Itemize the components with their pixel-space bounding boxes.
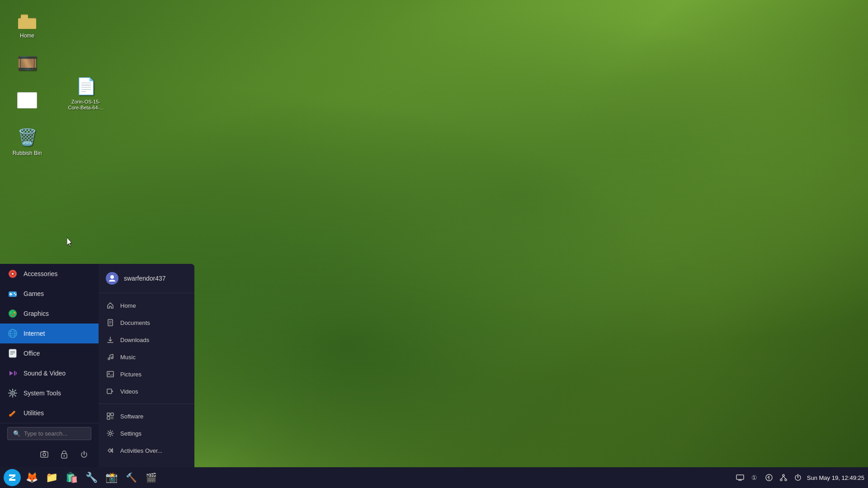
svg-marker-26 <box>9 371 13 375</box>
svg-point-15 <box>12 314 14 316</box>
menu-item-graphics[interactable]: Graphics <box>0 304 99 324</box>
system-tools-button[interactable]: 🔨 <box>123 469 139 486</box>
taskbar-apps: 🦊 📁 🛍️ 🔧 📸 🔨 🎬 <box>4 469 160 486</box>
desktop-icon-home[interactable]: Home <box>9 9 45 39</box>
start-menu: Accessories Games Graphics Internet Offi <box>0 264 194 467</box>
downloads-label: Downloads <box>120 337 149 343</box>
divider-1 <box>99 293 194 293</box>
tray-connections-icon[interactable] <box>778 472 789 483</box>
control-center-button[interactable]: 🔧 <box>83 469 99 486</box>
graphics-icon <box>7 308 18 319</box>
sound-video-icon <box>7 368 18 379</box>
office-label: Office <box>24 350 40 357</box>
svg-point-65 <box>785 479 787 481</box>
menu-right-activities[interactable]: Activities Over... <box>99 442 194 459</box>
music-label: Music <box>120 354 136 361</box>
tray-power-icon[interactable] <box>793 472 803 483</box>
svg-rect-3 <box>21 15 28 20</box>
menu-right-home[interactable]: Home <box>99 297 194 314</box>
menu-item-internet[interactable]: Internet <box>0 324 99 343</box>
tray-screen-icon[interactable] <box>735 472 745 483</box>
desktop-icon-blank[interactable] <box>9 89 45 113</box>
user-header[interactable]: swarfendor437 <box>99 267 194 289</box>
sound-video-label: Sound & Video <box>24 370 66 377</box>
svg-point-11 <box>15 294 17 296</box>
system-tools-icon <box>7 388 18 399</box>
menu-item-office[interactable]: Office <box>0 343 99 363</box>
menu-item-sound-video[interactable]: Sound & Video <box>0 363 99 383</box>
menu-right-videos[interactable]: Videos <box>99 383 194 400</box>
menu-item-utilities[interactable]: Utilities <box>0 403 99 423</box>
svg-point-64 <box>780 479 782 481</box>
svg-point-10 <box>14 293 15 294</box>
lock-screen-button[interactable] <box>57 447 71 462</box>
menu-right-panel: swarfendor437 Home Documents Downloads <box>99 264 194 467</box>
menu-bottom-actions <box>0 444 99 464</box>
svg-rect-52 <box>107 389 112 394</box>
utilities-icon <box>7 408 18 418</box>
menu-right-pictures[interactable]: Pictures <box>99 366 194 383</box>
svg-line-49 <box>110 354 113 355</box>
search-bar[interactable]: 🔍 Type to search... <box>7 427 91 440</box>
utilities-label: Utilities <box>24 409 44 417</box>
software-icon <box>106 412 115 421</box>
downloads-icon <box>106 335 115 344</box>
svg-point-39 <box>110 275 114 279</box>
settings-label: Settings <box>120 430 142 437</box>
menu-right-music[interactable]: Music <box>99 348 194 366</box>
pictures-label: Pictures <box>120 371 142 378</box>
games-icon <box>7 288 18 299</box>
activities-label: Activities Over... <box>120 447 162 454</box>
screenshot-tool-button[interactable]: 📸 <box>103 469 119 486</box>
svg-point-33 <box>10 415 11 416</box>
pictures-icon <box>106 370 115 379</box>
user-avatar <box>106 272 118 285</box>
screenshot-button[interactable] <box>37 447 52 462</box>
menu-right-downloads[interactable]: Downloads <box>99 331 194 348</box>
tray-network-up-icon[interactable] <box>764 472 774 483</box>
documents-icon <box>106 318 115 327</box>
desktop-icon-area: Home 🎞️ 🗑️ Rubbish Bin 📄 Zorin-OS-15-Cor… <box>9 9 104 111</box>
desktop-icon-zorin-iso[interactable]: 📄 Zorin-OS-15-Core-Beta-64-... <box>68 75 104 111</box>
svg-point-58 <box>109 432 112 435</box>
svg-rect-27 <box>14 371 15 375</box>
taskbar-clock: Sun May 19, 12:49:25 <box>807 474 864 481</box>
svg-rect-28 <box>16 372 17 375</box>
home-icon-label: Home <box>20 33 34 39</box>
videos-icon <box>106 387 115 396</box>
svg-rect-50 <box>107 371 113 377</box>
videos-label: Videos <box>120 388 138 395</box>
zorin-menu-button[interactable] <box>4 469 21 486</box>
accessories-label: Accessories <box>24 270 57 277</box>
svg-point-13 <box>10 312 12 314</box>
office-icon <box>7 348 18 359</box>
svg-point-6 <box>12 273 14 275</box>
files-button[interactable]: 📁 <box>43 469 60 486</box>
desktop-icon-rubbish[interactable]: 🗑️ Rubbish Bin <box>9 127 45 156</box>
games-label: Games <box>24 290 44 297</box>
svg-rect-56 <box>107 417 110 419</box>
home-place-icon <box>106 301 115 310</box>
tray-keyboard-icon[interactable]: ① <box>749 472 760 483</box>
power-button[interactable] <box>77 447 91 462</box>
menu-item-system-tools[interactable]: System Tools <box>0 383 99 403</box>
accessories-icon <box>7 268 18 279</box>
menu-right-settings[interactable]: Settings <box>99 425 194 442</box>
svg-point-63 <box>783 474 784 476</box>
firefox-button[interactable]: 🦊 <box>24 469 40 486</box>
documents-label: Documents <box>120 319 150 326</box>
software-center-button[interactable]: 🛍️ <box>63 469 80 486</box>
menu-item-accessories[interactable]: Accessories <box>0 264 99 284</box>
multimedia-button[interactable]: 🎬 <box>143 469 159 486</box>
menu-right-documents[interactable]: Documents <box>99 314 194 331</box>
menu-right-software[interactable]: Software <box>99 408 194 425</box>
activities-icon <box>106 446 115 455</box>
desktop-icon-camera[interactable]: 🎞️ <box>9 52 45 76</box>
svg-point-35 <box>43 453 46 456</box>
home-place-label: Home <box>120 302 136 309</box>
svg-rect-9 <box>9 294 12 295</box>
graphics-label: Graphics <box>24 310 49 317</box>
menu-search-area: 🔍 Type to search... <box>0 423 99 444</box>
menu-item-games[interactable]: Games <box>0 284 99 304</box>
software-label: Software <box>120 413 143 420</box>
